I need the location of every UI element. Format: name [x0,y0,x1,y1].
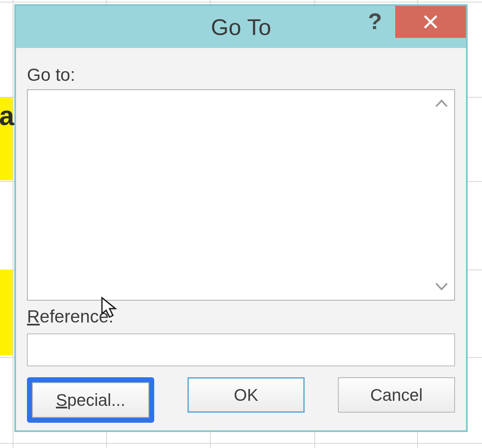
scroll-down-icon[interactable] [433,278,450,295]
goto-label: Go to: [27,65,455,85]
scroll-up-icon[interactable] [433,95,450,112]
special-button[interactable]: Special... [32,382,149,418]
cancel-button[interactable]: Cancel [338,377,455,413]
goto-dialog: Go To ? Go to: Reference: Special... [14,4,468,432]
partial-cell-text: a [0,100,14,131]
close-icon [422,13,439,30]
reference-label: Reference: [27,307,455,327]
reference-input[interactable] [27,333,455,366]
ok-button[interactable]: OK [187,377,305,413]
help-button[interactable]: ? [358,6,392,36]
special-highlight: Special... [27,377,154,423]
button-row: Special... OK Cancel [27,377,455,423]
titlebar[interactable]: Go To ? [16,6,466,48]
goto-listbox[interactable] [27,89,455,301]
close-button[interactable] [395,6,466,38]
